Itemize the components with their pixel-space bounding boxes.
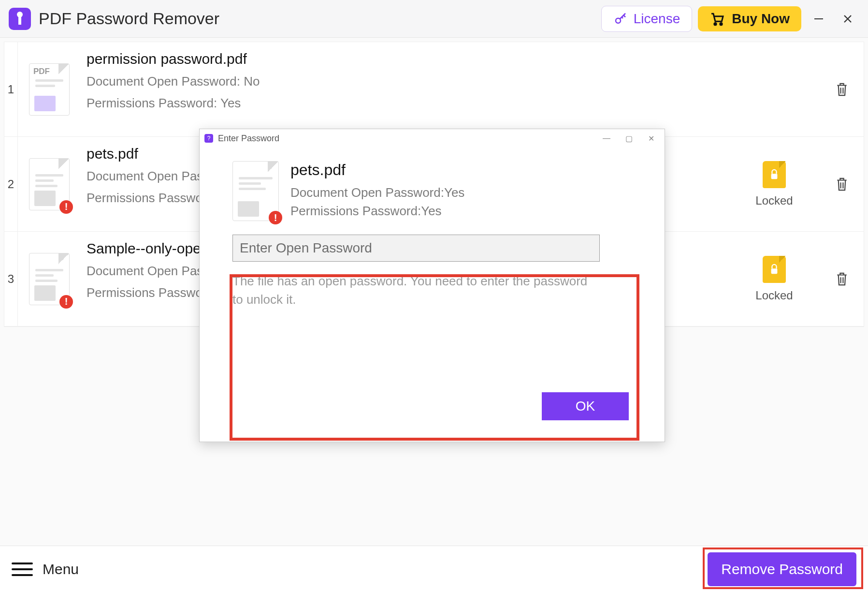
delete-button[interactable]	[820, 137, 864, 231]
password-input[interactable]	[232, 235, 600, 262]
trash-icon	[835, 176, 849, 192]
dialog-perm-pw: Permissions Password:Yes	[290, 202, 464, 221]
app-logo	[9, 8, 31, 30]
trash-icon	[835, 271, 849, 287]
file-open-pw: Document Open Password: No	[87, 74, 723, 89]
svg-point-1	[714, 23, 716, 25]
ok-button[interactable]: OK	[542, 392, 629, 420]
dialog-title: Enter Password	[218, 133, 279, 144]
cart-icon	[709, 11, 725, 27]
alert-icon: !	[59, 295, 73, 309]
file-row: 1 permission password.pdf Document Open …	[4, 42, 864, 137]
dialog-titlebar: ? Enter Password — ▢ ✕	[200, 129, 665, 148]
titlebar: PDF Password Remover License Buy Now	[0, 0, 868, 38]
minimize-button[interactable]	[807, 7, 830, 30]
app-title: PDF Password Remover	[39, 9, 219, 28]
dialog-maximize-button[interactable]: ▢	[620, 134, 637, 143]
key-icon	[613, 12, 628, 26]
delete-button[interactable]	[820, 42, 864, 136]
hamburger-icon	[12, 562, 33, 576]
buy-now-button[interactable]: Buy Now	[698, 6, 801, 31]
svg-point-0	[616, 18, 621, 23]
delete-button[interactable]	[820, 232, 864, 326]
license-button[interactable]: License	[601, 6, 693, 32]
svg-rect-4	[771, 268, 778, 274]
row-index: 2	[4, 137, 18, 231]
svg-rect-3	[771, 174, 778, 179]
row-index: 1	[4, 42, 18, 136]
enter-password-dialog: ? Enter Password — ▢ ✕ ! pets.pdf Docume…	[199, 129, 665, 442]
trash-icon	[835, 81, 849, 98]
status-label: Locked	[755, 289, 793, 302]
menu-label: Menu	[43, 561, 79, 577]
lock-icon	[763, 256, 786, 283]
dialog-open-pw: Document Open Password:Yes	[290, 184, 464, 202]
status-label: Locked	[755, 194, 793, 207]
footer: Menu Remove Password	[0, 546, 868, 592]
file-perm-pw: Permissions Password: Yes	[87, 96, 723, 111]
svg-point-2	[720, 23, 722, 25]
dialog-close-button[interactable]: ✕	[642, 134, 660, 143]
file-name: permission password.pdf	[87, 51, 723, 67]
license-label: License	[634, 11, 680, 27]
alert-icon: !	[269, 211, 282, 224]
lock-icon	[763, 161, 786, 188]
dialog-minimize-button[interactable]: —	[598, 134, 615, 143]
close-button[interactable]	[836, 7, 859, 30]
dialog-file-name: pets.pdf	[290, 161, 464, 179]
file-thumb: !	[18, 232, 81, 326]
dialog-logo-icon: ?	[204, 134, 213, 143]
file-thumb: !	[18, 137, 81, 231]
alert-icon: !	[59, 200, 73, 214]
row-index: 3	[4, 232, 18, 326]
file-thumb	[18, 42, 81, 136]
remove-password-button[interactable]: Remove Password	[708, 552, 856, 586]
menu-button[interactable]: Menu	[12, 561, 79, 577]
buy-now-label: Buy Now	[732, 11, 790, 27]
dialog-file-thumb: !	[232, 161, 279, 221]
dialog-hint: The file has an open password. You need …	[232, 272, 600, 309]
